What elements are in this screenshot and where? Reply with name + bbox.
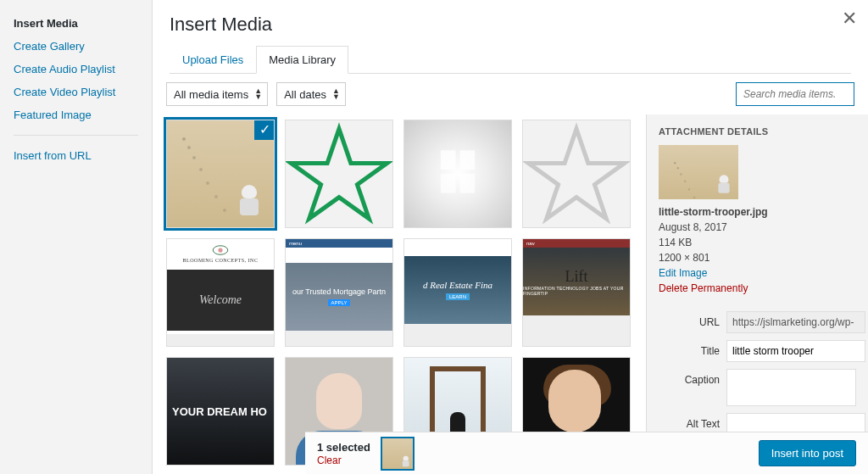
title-field[interactable] bbox=[726, 340, 865, 362]
selected-check-icon[interactable]: ✓ bbox=[254, 120, 275, 140]
media-item-storm-trooper[interactable]: ✓ bbox=[166, 120, 275, 228]
media-footer: 1 selected Clear Insert into post bbox=[305, 432, 868, 474]
thumb-text: YOUR DREAM HO bbox=[172, 405, 267, 418]
media-item-lift[interactable]: nav Lift INFORMATION TECHNOLOGY JOBS AT … bbox=[522, 238, 631, 347]
svg-rect-3 bbox=[441, 174, 456, 193]
media-toolbar: All media items ▲▼ All dates ▲▼ bbox=[153, 74, 868, 114]
details-date: August 8, 2017 bbox=[659, 220, 856, 235]
close-button[interactable]: ✕ bbox=[837, 7, 861, 31]
select-arrows-icon: ▲▼ bbox=[332, 88, 340, 100]
media-sidebar: Insert Media Create Gallery Create Audio… bbox=[0, 0, 153, 474]
thumb-text: BLOOMING CONCEPTS, INC bbox=[167, 258, 274, 263]
svg-marker-0 bbox=[291, 129, 387, 219]
thumb-text: Welcome bbox=[167, 270, 274, 331]
tab-media-library[interactable]: Media Library bbox=[256, 46, 348, 74]
attachment-details-panel: ATTACHMENT DETAILS little-storm-trooper.… bbox=[646, 114, 868, 474]
svg-rect-1 bbox=[441, 150, 456, 170]
media-item-star-grey[interactable] bbox=[522, 120, 631, 228]
sidebar-item-insert-from-url[interactable]: Insert from URL bbox=[0, 144, 152, 167]
media-item-ceiling[interactable] bbox=[403, 120, 512, 228]
media-item-realestate[interactable]: d Real Estate FinaLEARN bbox=[403, 238, 512, 347]
alt-text-label: Alt Text bbox=[659, 413, 726, 430]
delete-permanently-link[interactable]: Delete Permanently bbox=[659, 282, 748, 294]
media-item-star-green[interactable] bbox=[285, 120, 393, 228]
media-item-mortgage[interactable]: menu our Trusted Mortgage PartnAPPLY bbox=[285, 238, 393, 347]
url-label: URL bbox=[659, 311, 726, 328]
svg-point-7 bbox=[218, 248, 222, 252]
media-item-dream-home[interactable]: YOUR DREAM HO bbox=[166, 357, 275, 466]
caption-field[interactable] bbox=[726, 369, 856, 406]
thumb-text: Lift bbox=[565, 268, 588, 286]
sidebar-item-create-video-playlist[interactable]: Create Video Playlist bbox=[0, 81, 152, 103]
tab-upload-files[interactable]: Upload Files bbox=[170, 46, 256, 74]
clear-selection-link[interactable]: Clear bbox=[317, 454, 342, 466]
filter-media-type[interactable]: All media items ▲▼ bbox=[166, 82, 268, 106]
filter-date[interactable]: All dates ▲▼ bbox=[276, 82, 346, 106]
edit-image-link[interactable]: Edit Image bbox=[659, 267, 707, 279]
search-input[interactable] bbox=[736, 82, 854, 106]
thumb-text: INFORMATION TECHNOLOGY JOBS AT YOUR FING… bbox=[523, 286, 630, 296]
filter-media-type-value: All media items bbox=[174, 88, 248, 101]
media-item-blooming[interactable]: BLOOMING CONCEPTS, INC Welcome bbox=[166, 238, 275, 347]
modal-title: Insert Media bbox=[170, 15, 851, 34]
details-dimensions: 1200 × 801 bbox=[659, 250, 856, 265]
footer-selected-thumb[interactable] bbox=[381, 437, 415, 471]
details-filename: little-storm-trooper.jpg bbox=[659, 206, 768, 218]
sidebar-separator bbox=[14, 135, 138, 136]
sidebar-item-featured-image[interactable]: Featured Image bbox=[0, 103, 152, 126]
sidebar-item-create-gallery[interactable]: Create Gallery bbox=[0, 35, 152, 58]
thumb-text: d Real Estate Fina bbox=[423, 280, 492, 290]
filter-date-value: All dates bbox=[284, 88, 326, 101]
svg-marker-5 bbox=[528, 129, 624, 219]
details-thumbnail bbox=[659, 145, 738, 199]
svg-rect-2 bbox=[460, 150, 476, 170]
selected-count: 1 selected bbox=[317, 441, 370, 454]
details-filesize: 114 KB bbox=[659, 235, 856, 250]
sidebar-item-insert-media[interactable]: Insert Media bbox=[0, 12, 152, 35]
insert-into-post-button[interactable]: Insert into post bbox=[759, 440, 856, 466]
thumb-text: our Trusted Mortgage Partn bbox=[292, 287, 386, 296]
sidebar-item-create-audio-playlist[interactable]: Create Audio Playlist bbox=[0, 58, 152, 81]
caption-label: Caption bbox=[659, 369, 726, 386]
details-heading: ATTACHMENT DETAILS bbox=[659, 126, 856, 137]
select-arrows-icon: ▲▼ bbox=[254, 88, 262, 100]
url-field[interactable] bbox=[726, 311, 865, 333]
svg-rect-4 bbox=[460, 174, 476, 193]
title-label: Title bbox=[659, 340, 726, 357]
media-grid: ✓ BLOOMING CONCEPTS, bbox=[166, 120, 632, 466]
media-tabs: Upload Files Media Library bbox=[170, 46, 851, 74]
